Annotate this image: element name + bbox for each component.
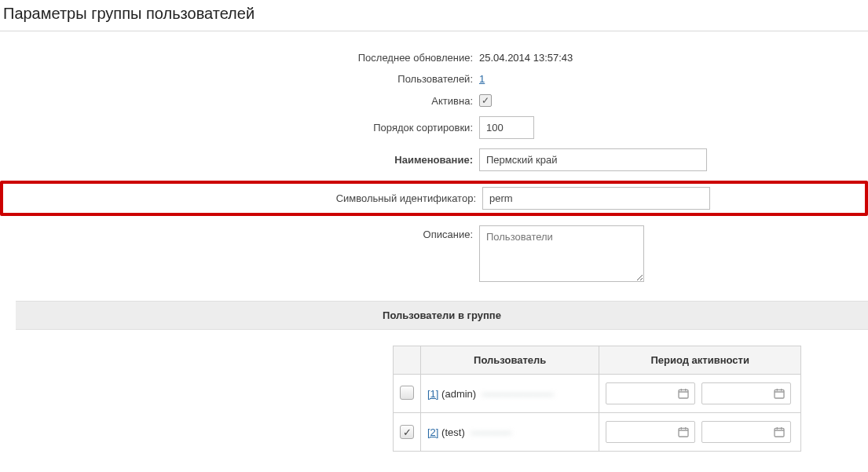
period-from-input[interactable]	[606, 382, 695, 404]
users-count-link[interactable]: 1	[479, 73, 485, 85]
desc-label: Описание:	[0, 225, 479, 240]
desc-textarea[interactable]: <span></span>	[479, 225, 644, 282]
svg-rect-3	[775, 428, 784, 437]
users-count-label: Пользователей:	[0, 73, 479, 85]
form: Последнее обновление: 25.04.2014 13:57:4…	[0, 31, 868, 282]
users-table: Пользователь Период активности [1] (admi…	[393, 346, 801, 452]
col-user: Пользователь	[421, 346, 599, 375]
user-name-blur: ————	[471, 426, 511, 438]
name-label: Наименование:	[0, 154, 479, 166]
user-login: (test)	[441, 426, 465, 438]
active-checkbox[interactable]: ✓	[479, 94, 492, 107]
last-update-label: Последнее обновление:	[0, 52, 479, 64]
sid-input[interactable]	[482, 187, 710, 210]
svg-rect-0	[679, 390, 688, 398]
user-name-blur: ———————	[482, 388, 554, 400]
table-row: ✓ [2] (test) ————	[394, 413, 801, 452]
users-section-header: Пользователи в группе	[16, 301, 868, 330]
table-row: [1] (admin) ———————	[394, 375, 801, 413]
user-id-link[interactable]: [2]	[427, 426, 438, 438]
active-label: Активна:	[0, 95, 479, 107]
user-login: (admin)	[441, 388, 476, 400]
row-checkbox[interactable]: ✓	[400, 425, 414, 439]
sid-label: Символьный идентификатор:	[3, 192, 482, 204]
page-title: Параметры группы пользователей	[0, 0, 868, 31]
calendar-icon	[773, 387, 786, 400]
row-checkbox[interactable]	[400, 386, 414, 400]
calendar-icon	[773, 426, 786, 438]
col-period: Период активности	[599, 346, 801, 375]
name-input[interactable]	[479, 148, 707, 171]
period-to-input[interactable]	[701, 382, 791, 404]
sort-input[interactable]	[479, 116, 534, 139]
user-id-link[interactable]: [1]	[427, 388, 438, 400]
period-from-input[interactable]	[606, 421, 695, 443]
calendar-icon	[677, 426, 690, 438]
svg-rect-2	[679, 428, 688, 437]
period-to-input[interactable]	[701, 421, 791, 443]
col-select	[394, 346, 421, 375]
sort-label: Порядок сортировки:	[0, 122, 479, 134]
svg-rect-1	[775, 390, 784, 398]
calendar-icon	[677, 387, 690, 400]
last-update-value: 25.04.2014 13:57:43	[479, 52, 573, 64]
